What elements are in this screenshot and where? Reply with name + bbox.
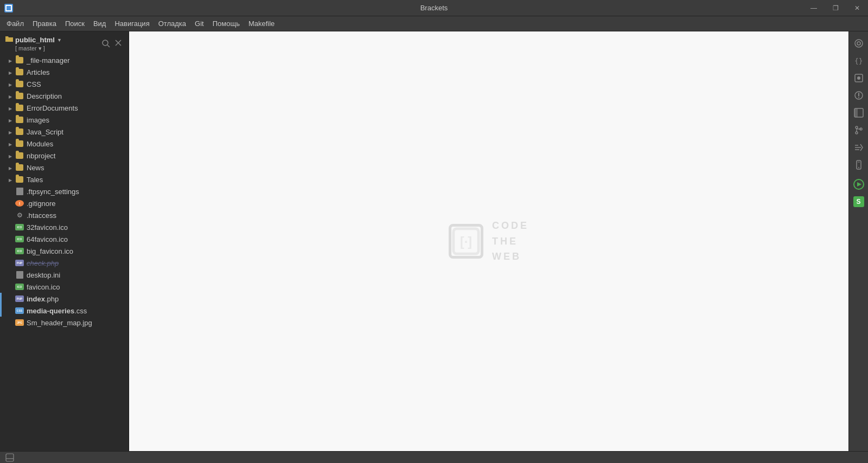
no-arrow: [7, 223, 14, 231]
beautify-button[interactable]: [851, 140, 866, 155]
ico-icon: ICO: [15, 282, 24, 291]
right-panel: {}: [848, 31, 868, 451]
menu-item-navigate[interactable]: Навигация: [110, 17, 154, 30]
no-arrow: [7, 247, 14, 255]
close-button[interactable]: ✕: [846, 0, 868, 16]
php-icon: PHP: [15, 259, 24, 267]
tree-item-sm-header[interactable]: JPG Sm_header_map.jpg: [0, 317, 129, 329]
tree-item-modules[interactable]: Modules: [0, 138, 129, 150]
tree-item-javascript[interactable]: Java_Script: [0, 126, 129, 138]
tree-item-media-queries[interactable]: CSS media-queries.css: [0, 305, 129, 317]
tree-item-news[interactable]: News: [0, 162, 129, 173]
app-title: Brackets: [420, 4, 448, 12]
mobile-view-button[interactable]: [851, 157, 866, 172]
svg-line-1: [107, 45, 110, 47]
live-preview-button[interactable]: [851, 36, 866, 51]
menu-item-edit[interactable]: Правка: [28, 17, 61, 30]
folder-icon: [15, 80, 24, 88]
no-arrow: [7, 307, 14, 314]
editor-logo: [·] CODE THE WEB: [449, 218, 529, 265]
tree-item-favicon-ico[interactable]: ICO favicon.ico: [0, 281, 129, 293]
svg-text:[·]: [·]: [460, 235, 472, 249]
folder-arrow-icon: [7, 68, 14, 76]
project-name[interactable]: public_html ▼: [5, 36, 62, 44]
ico-icon: ICO: [15, 235, 24, 243]
folder-arrow-icon: [7, 116, 14, 124]
item-label: favicon.ico: [27, 283, 124, 291]
item-label: Articles: [27, 68, 124, 76]
svg-point-10: [857, 76, 860, 80]
folder-icon: [15, 92, 24, 100]
project-header: public_html ▼ [ master ▾ ]: [0, 31, 129, 54]
php-icon: PHP: [15, 294, 24, 303]
item-label: .htaccess: [27, 211, 124, 220]
jshint-button[interactable]: [851, 88, 866, 103]
menu-item-makefile[interactable]: Makefile: [244, 17, 279, 30]
svg-point-13: [858, 97, 859, 98]
no-arrow: [7, 200, 14, 207]
item-label: 32favicon.ico: [27, 223, 124, 232]
folder-arrow-icon: [7, 56, 14, 64]
window-controls: — ❐ ✕: [803, 0, 868, 16]
tree-item-htaccess[interactable]: ⚙ .htaccess: [0, 209, 129, 221]
svg-point-0: [103, 40, 108, 46]
tree-item-errordocuments[interactable]: ErrorDocuments: [0, 102, 129, 114]
inline-editor-button[interactable]: {}: [851, 53, 866, 68]
svg-rect-15: [854, 108, 858, 117]
menu-item-file[interactable]: Файл: [2, 17, 28, 30]
run-button[interactable]: [851, 177, 866, 192]
tree-item-64favicon[interactable]: ICO 64favicon.ico: [0, 233, 129, 245]
tree-item-tales[interactable]: Tales: [0, 173, 129, 185]
css-icon: CSS: [15, 306, 24, 315]
brackets-logo-text: CODE THE WEB: [492, 218, 529, 265]
close-tree-button[interactable]: [113, 38, 123, 50]
folder-icon: [15, 175, 24, 184]
no-arrow: [7, 295, 14, 303]
maximize-button[interactable]: ❐: [825, 0, 846, 16]
tree-item-index-php[interactable]: PHP index.php: [0, 293, 129, 305]
logo-line-3: WEB: [492, 249, 529, 265]
menu-item-find[interactable]: Поиск: [61, 17, 89, 30]
no-arrow: [7, 235, 14, 243]
no-arrow: [7, 271, 14, 279]
tree-item-articles[interactable]: Articles: [0, 66, 129, 78]
tree-item-32favicon[interactable]: ICO 32favicon.ico: [0, 221, 129, 233]
show-in-tree-button[interactable]: [100, 38, 111, 50]
gitignore-icon: !: [15, 199, 24, 208]
tree-item-images[interactable]: images: [0, 114, 129, 126]
menu-item-debug[interactable]: Отладка: [154, 17, 190, 30]
git-panel-button[interactable]: [851, 123, 866, 138]
logo-line-2: THE: [492, 234, 529, 249]
svg-marker-27: [857, 182, 861, 187]
folder-icon: [15, 56, 24, 65]
item-label: _file-manager: [27, 56, 124, 65]
quick-view-button[interactable]: [851, 70, 866, 86]
tree-item-desktop-ini[interactable]: desktop.ini: [0, 269, 129, 281]
folder-icon: [15, 68, 24, 76]
tree-item-check-php[interactable]: PHP check.php: [0, 257, 129, 269]
menu-item-git[interactable]: Git: [190, 17, 208, 30]
ico-icon: ICO: [15, 247, 24, 255]
svg-point-24: [858, 167, 859, 168]
sftp-button[interactable]: S: [851, 194, 866, 209]
file-tree-toggle-button[interactable]: [851, 105, 866, 120]
folder-icon: [15, 104, 24, 112]
tree-item-gitignore[interactable]: ! .gitignore: [0, 197, 129, 209]
menu-item-view[interactable]: Вид: [89, 17, 111, 30]
bottom-panel-icon[interactable]: [4, 452, 15, 463]
no-arrow: [7, 211, 14, 219]
git-branch[interactable]: [ master ▾ ]: [5, 45, 62, 52]
tree-item-description[interactable]: Description: [0, 90, 129, 102]
no-arrow: [7, 259, 14, 267]
item-label: images: [27, 116, 124, 124]
tree-item-ftpsync[interactable]: .ftpsync_settings: [0, 185, 129, 197]
item-label: Modules: [27, 140, 124, 148]
menu-item-help[interactable]: Помощь: [208, 17, 244, 30]
tree-item-file-manager[interactable]: _file-manager: [0, 54, 129, 66]
item-label: Sm_header_map.jpg: [27, 319, 124, 327]
tree-item-nbproject[interactable]: nbproject: [0, 150, 129, 162]
minimize-button[interactable]: —: [803, 0, 825, 16]
tree-item-big-favicon[interactable]: ICO big_favicon.ico: [0, 245, 129, 257]
item-label: CSS: [27, 80, 124, 88]
tree-item-css[interactable]: CSS: [0, 78, 129, 90]
